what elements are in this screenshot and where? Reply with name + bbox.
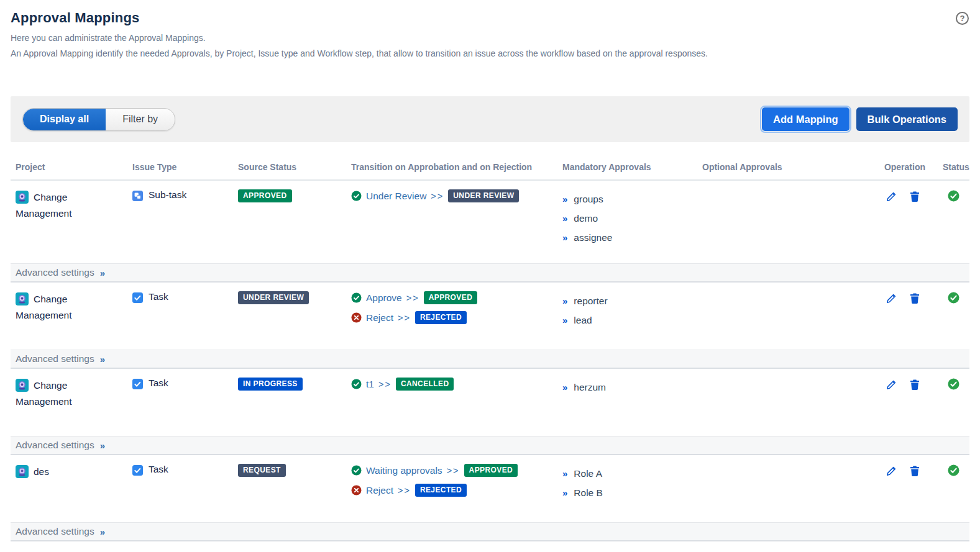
transition-line: t1>>CANCELLED bbox=[351, 378, 552, 391]
optional-approvals-cell bbox=[697, 369, 867, 436]
source-status-cell: IN PROGRESS bbox=[233, 369, 346, 436]
transition-line: Waiting approvals>>APPROVED bbox=[351, 464, 552, 477]
approval-name: groups bbox=[574, 194, 603, 204]
double-chevron-icon: » bbox=[562, 382, 567, 392]
advanced-settings-label: Advanced settings bbox=[16, 267, 94, 278]
mandatory-approvals-cell: »herzum bbox=[557, 369, 697, 436]
mandatory-approval-item: »assignee bbox=[562, 228, 692, 247]
display-all-button[interactable]: Display all bbox=[23, 109, 106, 130]
project-cell: Change Management bbox=[11, 369, 127, 436]
operation-cell bbox=[867, 455, 930, 522]
transitions-cell: Approve>>APPROVEDReject>>REJECTED bbox=[346, 283, 557, 350]
approve-check-icon bbox=[351, 379, 362, 389]
column-header-issue-type: Issue Type bbox=[127, 155, 233, 179]
advanced-settings-row[interactable]: Advanced settings» bbox=[11, 263, 969, 283]
approve-check-icon bbox=[351, 292, 362, 303]
transition-link[interactable]: Under Review bbox=[366, 191, 426, 202]
transition-separator: >> bbox=[398, 313, 411, 323]
delete-button[interactable] bbox=[909, 292, 920, 304]
transition-target-badge: REJECTED bbox=[415, 484, 467, 497]
page-description-line1: Here you can administrate the Approval M… bbox=[11, 30, 969, 46]
advanced-settings-row[interactable]: Advanced settings» bbox=[11, 522, 969, 541]
transition-link[interactable]: Approve bbox=[366, 292, 402, 304]
project-avatar-icon bbox=[16, 191, 29, 204]
transitions-cell: Waiting approvals>>APPROVEDReject>>REJEC… bbox=[346, 455, 557, 522]
project-avatar-icon bbox=[16, 379, 29, 392]
filter-by-button[interactable]: Filter by bbox=[106, 109, 175, 130]
mandatory-approvals-cell: »groups»demo»assignee bbox=[557, 181, 697, 263]
double-chevron-icon: » bbox=[100, 440, 105, 451]
approval-name: demo bbox=[574, 213, 598, 224]
double-chevron-icon: » bbox=[100, 527, 105, 537]
issue-type-label: Task bbox=[149, 291, 168, 302]
column-header-mandatory-approvals: Mandatory Approvals bbox=[557, 155, 697, 179]
column-header-source-status: Source Status bbox=[233, 155, 346, 179]
edit-button[interactable] bbox=[886, 464, 897, 477]
mandatory-approval-item: »Role B bbox=[562, 483, 692, 502]
source-status-cell: REQUEST bbox=[233, 455, 346, 522]
delete-button[interactable] bbox=[909, 190, 920, 202]
double-chevron-icon: » bbox=[562, 232, 567, 243]
status-check-icon bbox=[948, 464, 959, 506]
table-header-row: ProjectIssue TypeSource StatusTransition… bbox=[11, 155, 969, 181]
double-chevron-icon: » bbox=[562, 487, 567, 498]
project-avatar-icon bbox=[16, 465, 29, 478]
transition-link[interactable]: Waiting approvals bbox=[366, 465, 442, 476]
mappings-table-body: Change ManagementSub-taskAPPROVEDUnder R… bbox=[11, 181, 969, 541]
approval-name: herzum bbox=[574, 382, 606, 392]
transition-target-badge: UNDER REVIEW bbox=[448, 189, 519, 202]
transition-line: Reject>>REJECTED bbox=[351, 484, 552, 497]
edit-button[interactable] bbox=[886, 190, 897, 202]
transition-link[interactable]: Reject bbox=[366, 485, 393, 496]
transition-link[interactable]: t1 bbox=[366, 379, 374, 390]
transition-line: Approve>>APPROVED bbox=[351, 291, 552, 304]
advanced-settings-label: Advanced settings bbox=[16, 353, 94, 364]
column-header-status: Status bbox=[930, 155, 969, 179]
pencil-icon bbox=[886, 195, 897, 204]
pencil-icon bbox=[886, 297, 897, 306]
advanced-settings-row[interactable]: Advanced settings» bbox=[11, 436, 969, 455]
issue-type-cell: Sub-task bbox=[127, 181, 233, 263]
status-check-icon bbox=[948, 190, 959, 247]
issue-type-cell: Task bbox=[127, 283, 233, 350]
task-icon bbox=[132, 379, 143, 389]
source-status-cell: APPROVED bbox=[233, 181, 346, 263]
mandatory-approval-item: »demo bbox=[562, 209, 692, 228]
task-icon bbox=[132, 292, 143, 303]
status-cell bbox=[930, 283, 969, 350]
help-icon[interactable]: ? bbox=[956, 12, 969, 25]
double-chevron-icon: » bbox=[562, 315, 567, 325]
mandatory-approval-item: »groups bbox=[562, 189, 692, 209]
advanced-settings-row[interactable]: Advanced settings» bbox=[11, 350, 969, 369]
mandatory-approval-item: »herzum bbox=[562, 378, 692, 397]
transition-target-badge: APPROVED bbox=[424, 291, 478, 304]
issue-type-label: Sub-task bbox=[149, 189, 186, 201]
table-row: desTaskREQUESTWaiting approvals>>APPROVE… bbox=[11, 455, 969, 522]
add-mapping-button[interactable]: Add Mapping bbox=[762, 107, 849, 131]
page-title: Approval Mappings bbox=[11, 10, 969, 26]
approval-name: lead bbox=[574, 315, 592, 325]
edit-button[interactable] bbox=[886, 378, 897, 391]
mandatory-approvals-cell: »Role A»Role B bbox=[557, 455, 697, 522]
double-chevron-icon: » bbox=[562, 296, 567, 306]
mandatory-approvals-cell: »reporter»lead bbox=[557, 283, 697, 350]
transition-link[interactable]: Reject bbox=[366, 312, 393, 324]
column-header-operation: Operation bbox=[867, 155, 930, 179]
advanced-settings-label: Advanced settings bbox=[16, 526, 94, 537]
delete-button[interactable] bbox=[909, 464, 920, 477]
issue-type-label: Task bbox=[149, 378, 168, 389]
transition-separator: >> bbox=[398, 486, 411, 495]
issue-type-label: Task bbox=[149, 464, 168, 475]
edit-button[interactable] bbox=[886, 292, 897, 304]
bulk-operations-button[interactable]: Bulk Operations bbox=[856, 107, 958, 131]
delete-button[interactable] bbox=[909, 378, 920, 391]
double-chevron-icon: » bbox=[100, 354, 105, 364]
double-chevron-icon: » bbox=[562, 468, 567, 479]
source-status-badge: UNDER REVIEW bbox=[238, 291, 309, 304]
question-mark-glyph: ? bbox=[960, 14, 965, 23]
project-cell: Change Management bbox=[11, 283, 127, 350]
project-name: des bbox=[34, 466, 49, 477]
status-check-icon bbox=[948, 292, 959, 333]
operation-cell bbox=[867, 181, 930, 263]
operation-cell bbox=[867, 369, 930, 436]
